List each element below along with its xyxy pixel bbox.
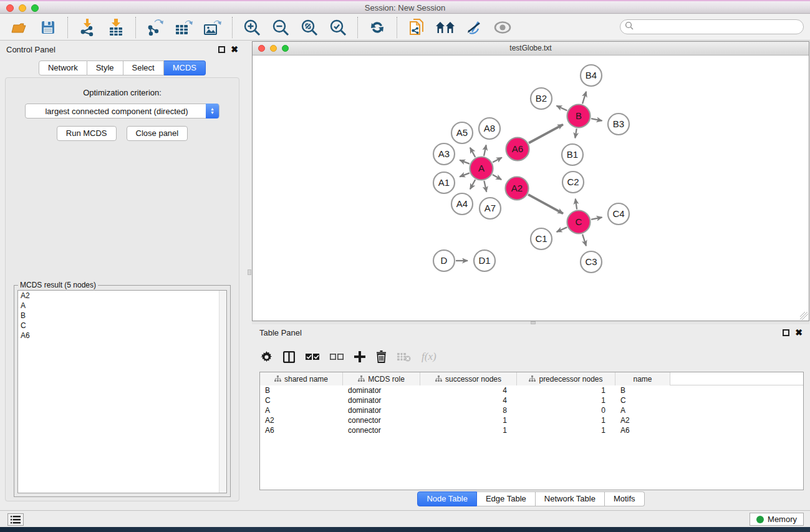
close-table-panel-icon[interactable]: ✖ <box>795 328 803 337</box>
graph-edge[interactable] <box>528 195 563 214</box>
graph-edge[interactable] <box>484 181 486 192</box>
graph-node-B4[interactable]: B4 <box>581 65 602 86</box>
zoom-fit-icon[interactable] <box>299 17 320 38</box>
zoom-selected-icon[interactable] <box>327 17 349 38</box>
tab-edge-table[interactable]: Edge Table <box>477 491 536 506</box>
import-network-icon[interactable] <box>77 17 98 38</box>
table-row[interactable]: A6connector11A6 <box>260 425 803 435</box>
tab-node-table[interactable]: Node Table <box>417 491 477 506</box>
table-cell[interactable]: C <box>260 395 343 405</box>
open-file-icon[interactable] <box>9 17 30 38</box>
table-cell[interactable]: 4 <box>420 395 517 405</box>
delete-column-icon[interactable] <box>376 351 387 363</box>
graph-node-C3[interactable]: C3 <box>581 251 602 273</box>
table-cell[interactable]: 1 <box>517 425 615 435</box>
table-cell[interactable]: 1 <box>517 385 615 395</box>
search-input[interactable] <box>634 21 803 32</box>
graph-edge[interactable] <box>591 118 602 121</box>
close-panel-button[interactable]: Close panel <box>127 126 188 141</box>
graph-edge[interactable] <box>460 173 470 177</box>
select-all-icon[interactable] <box>306 354 319 360</box>
refresh-icon[interactable] <box>367 17 388 38</box>
table-row[interactable]: A2connector11A2 <box>260 415 803 425</box>
graph-node-C4[interactable]: C4 <box>608 203 629 225</box>
table-cell[interactable]: A2 <box>260 415 343 425</box>
table-cell[interactable]: B <box>260 385 343 395</box>
task-history-button[interactable] <box>7 513 24 526</box>
graph-node-B[interactable]: B <box>567 105 591 128</box>
table-cell[interactable]: dominator <box>343 395 420 405</box>
graph-edge[interactable] <box>576 199 577 210</box>
graph-node-B1[interactable]: B1 <box>562 144 583 165</box>
gear-icon[interactable] <box>261 351 272 363</box>
clone-network-icon[interactable] <box>406 17 427 38</box>
table-cell[interactable]: 1 <box>420 425 517 435</box>
graph-node-A1[interactable]: A1 <box>433 172 455 193</box>
column-header-predecessor-nodes[interactable]: predecessor nodes <box>517 372 615 385</box>
graph-node-A5[interactable]: A5 <box>451 122 473 143</box>
network-window-titlebar[interactable]: testGlobe.txt <box>253 42 809 56</box>
search-box[interactable] <box>620 19 804 34</box>
resize-grip-icon[interactable] <box>800 312 808 320</box>
graph-node-A6[interactable]: A6 <box>506 138 529 161</box>
graph-edge[interactable] <box>582 235 586 246</box>
graph-edge[interactable] <box>557 227 567 232</box>
scrollbar-track[interactable] <box>219 291 226 493</box>
mcds-result-list[interactable]: A2ABCA6 <box>17 290 227 493</box>
graph-node-C2[interactable]: C2 <box>562 172 584 193</box>
table-cell[interactable]: 0 <box>517 405 615 415</box>
table-cell[interactable]: B <box>615 385 670 395</box>
graph-node-D[interactable]: D <box>433 250 455 271</box>
graph-node-A3[interactable]: A3 <box>433 143 455 165</box>
zoom-in-icon[interactable] <box>241 17 263 38</box>
table-cell[interactable]: dominator <box>343 405 420 415</box>
table-cell[interactable]: 1 <box>517 415 615 425</box>
table-cell[interactable]: 1 <box>517 395 615 405</box>
table-cell[interactable]: dominator <box>343 385 420 395</box>
graph-edge[interactable] <box>591 217 602 220</box>
graph-edge[interactable] <box>484 145 486 155</box>
import-table-icon[interactable] <box>105 17 127 38</box>
tab-mcds[interactable]: MCDS <box>164 60 206 75</box>
table-cell[interactable]: A <box>615 405 670 415</box>
graph-edge[interactable] <box>582 92 586 104</box>
graph-node-A4[interactable]: A4 <box>451 193 473 215</box>
column-header-name[interactable]: name <box>615 372 670 385</box>
tab-network[interactable]: Network <box>39 60 87 75</box>
criterion-dropdown[interactable]: largest connected component (directed) ▲… <box>25 104 219 118</box>
table-cell[interactable]: A6 <box>615 425 670 435</box>
graph-edge[interactable] <box>470 180 475 189</box>
table-cell[interactable]: C <box>615 395 670 405</box>
table-cell[interactable]: A <box>260 405 343 415</box>
table-row[interactable]: Bdominator41B <box>260 385 803 395</box>
export-table-icon[interactable] <box>173 17 195 38</box>
graph-edge[interactable] <box>470 148 475 157</box>
show-graphics-icon[interactable] <box>492 17 513 38</box>
table-cell[interactable]: 4 <box>420 385 517 395</box>
mcds-result-item[interactable]: B <box>18 311 226 321</box>
memory-button[interactable]: Memory <box>750 513 804 526</box>
graph-edge[interactable] <box>493 175 501 180</box>
column-header-shared-name[interactable]: shared name <box>260 372 343 385</box>
add-column-icon[interactable] <box>354 351 365 362</box>
graph-edge[interactable] <box>556 105 567 110</box>
tab-style[interactable]: Style <box>87 60 123 75</box>
table-cell[interactable]: 8 <box>420 405 517 415</box>
network-canvas[interactable]: B4B2BB3A5A8A6A3B1AA1C2A2A4A7CC4C1C3DD1 <box>253 56 809 321</box>
zoom-out-icon[interactable] <box>270 17 291 38</box>
table-cell[interactable]: 1 <box>420 415 517 425</box>
table-row[interactable]: Adominator80A <box>260 405 803 415</box>
graph-node-A[interactable]: A <box>470 157 493 180</box>
graph-node-B3[interactable]: B3 <box>608 114 629 135</box>
graph-node-A2[interactable]: A2 <box>506 177 529 200</box>
float-table-panel-icon[interactable] <box>783 329 789 336</box>
export-network-icon[interactable] <box>145 17 166 38</box>
deselect-all-icon[interactable] <box>330 354 344 360</box>
mcds-result-item[interactable]: A6 <box>18 331 226 341</box>
column-header-MCDS-role[interactable]: MCDS role <box>343 372 420 385</box>
table-cell[interactable]: A6 <box>260 425 343 435</box>
graph-node-A8[interactable]: A8 <box>479 118 500 139</box>
graph-node-A7[interactable]: A7 <box>480 198 501 219</box>
column-header-successor-nodes[interactable]: successor nodes <box>420 372 517 385</box>
mcds-result-item[interactable]: A2 <box>18 291 226 301</box>
